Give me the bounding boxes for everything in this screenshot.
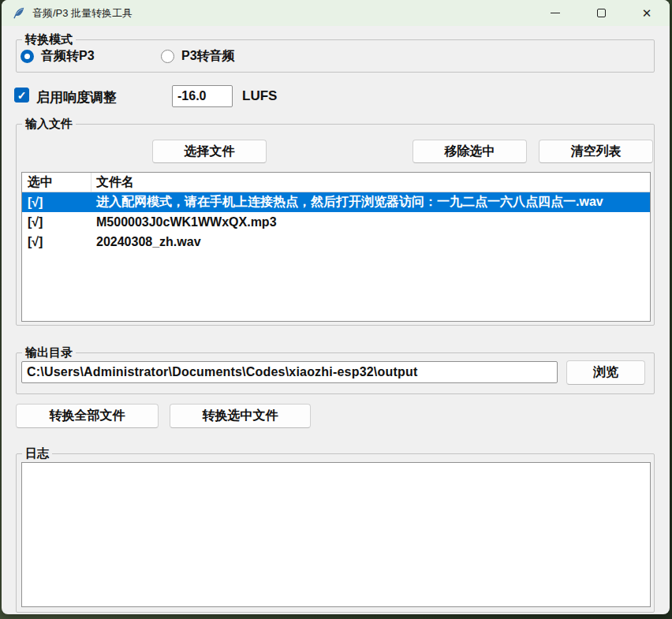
radio-audio-to-p3[interactable]: 音频转P3 <box>21 48 95 65</box>
row-filename-cell[interactable]: 进入配网模式，请在手机上连接热点，然后打开浏览器访问：一九二点一六八点四点一.w… <box>91 192 650 212</box>
radio-icon <box>21 50 34 63</box>
output-path-input[interactable] <box>21 361 558 383</box>
radio-p3-to-audio[interactable]: P3转音频 <box>161 48 235 65</box>
table-row[interactable]: [√]进入配网模式，请在手机上连接热点，然后打开浏览器访问：一九二点一六八点四点… <box>22 192 650 212</box>
minimize-icon <box>551 13 560 13</box>
select-files-button[interactable]: 选择文件 <box>152 140 267 163</box>
radio-label: P3转音频 <box>181 48 235 65</box>
mode-group-label: 转换模式 <box>22 32 76 47</box>
table-header[interactable]: 选中 文件名 <box>22 173 650 192</box>
python-app-icon <box>12 6 25 20</box>
radio-icon <box>161 50 174 63</box>
header-checked-column[interactable]: 选中 <box>22 173 91 192</box>
log-group-label: 日志 <box>22 446 52 461</box>
row-checked-cell[interactable]: [√] <box>22 212 91 232</box>
mode-groupbox: 转换模式 音频转P3 P3转音频 <box>16 39 655 73</box>
input-group-label: 输入文件 <box>22 117 76 131</box>
row-checked-cell[interactable]: [√] <box>22 192 91 212</box>
window-title: 音频/P3 批量转换工具 <box>32 6 133 21</box>
header-filename-column[interactable]: 文件名 <box>91 173 650 192</box>
row-filename-cell[interactable]: 20240308_zh.wav <box>91 232 650 252</box>
table-row[interactable]: [√]20240308_zh.wav <box>22 232 650 252</box>
loudness-label: 启用响度调整 <box>36 88 117 106</box>
row-checked-cell[interactable]: [√] <box>22 232 91 252</box>
check-icon: ✓ <box>17 90 27 101</box>
convert-all-button[interactable]: 转换全部文件 <box>16 404 159 428</box>
close-icon: ✕ <box>642 7 652 19</box>
close-button[interactable]: ✕ <box>624 0 670 26</box>
radio-label: 音频转P3 <box>41 48 95 65</box>
loudness-checkbox[interactable]: ✓ <box>14 88 29 103</box>
titlebar: 音频/P3 批量转换工具 ✕ <box>2 0 670 26</box>
browse-button[interactable]: 浏览 <box>566 360 645 385</box>
output-group-label: 输出目录 <box>22 345 76 360</box>
log-textarea[interactable] <box>21 462 651 607</box>
app-window: 音频/P3 批量转换工具 ✕ 转换模式 音频转P3 P3转音频 ✓ 启用响度调整… <box>2 0 670 614</box>
table-row[interactable]: [√]M500003J0cWK1WWxQX.mp3 <box>22 212 650 232</box>
tree-rows: [√]进入配网模式，请在手机上连接热点，然后打开浏览器访问：一九二点一六八点四点… <box>22 192 650 252</box>
file-list-table[interactable]: 选中 文件名 [√]进入配网模式，请在手机上连接热点，然后打开浏览器访问：一九二… <box>21 172 651 322</box>
convert-selected-button[interactable]: 转换选中文件 <box>170 404 311 428</box>
row-filename-cell[interactable]: M500003J0cWK1WWxQX.mp3 <box>91 212 650 232</box>
minimize-button[interactable] <box>532 0 578 26</box>
maximize-button[interactable] <box>578 0 624 26</box>
clear-list-button[interactable]: 清空列表 <box>539 140 653 163</box>
lufs-input[interactable] <box>172 85 233 107</box>
remove-selected-button[interactable]: 移除选中 <box>413 140 527 163</box>
lufs-unit-label: LUFS <box>242 88 277 104</box>
maximize-icon <box>597 9 606 17</box>
